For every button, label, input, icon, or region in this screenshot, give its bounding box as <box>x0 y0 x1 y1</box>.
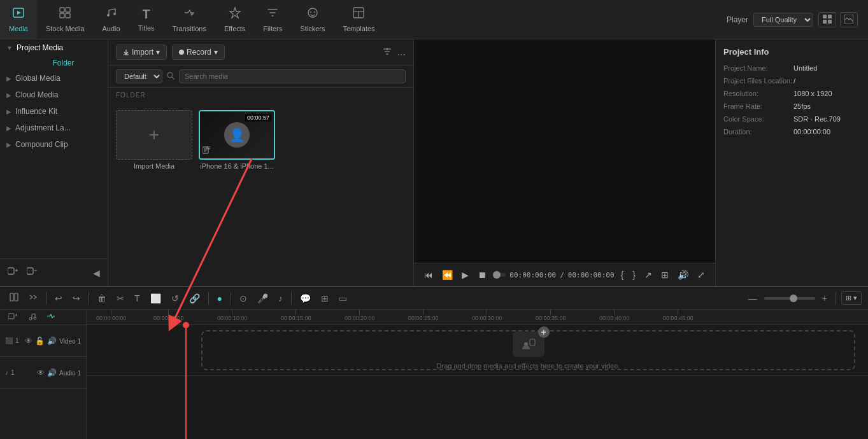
zoom-out-btn[interactable]: — <box>745 291 760 305</box>
nav-media[interactable]: Media <box>0 0 37 39</box>
import-button[interactable]: Import ▾ <box>116 45 167 60</box>
link-btn[interactable]: 🔗 <box>186 291 203 305</box>
info-row-framerate: Frame Rate: 25fps <box>723 102 860 110</box>
import-thumb[interactable]: + <box>116 110 192 160</box>
info-label-location: Project Files Location: <box>723 77 793 85</box>
sidebar-item-adjustment-layer[interactable]: ▶ Adjustment La... <box>0 120 108 136</box>
collapse-btn[interactable]: ◀ <box>90 265 103 281</box>
quality-select[interactable]: Full Quality <box>753 13 813 27</box>
rotate-btn[interactable]: ↺ <box>168 291 182 305</box>
more-options-button[interactable]: ... <box>397 46 406 58</box>
crop-btn[interactable]: ⬜ <box>147 291 164 305</box>
image-view-btn[interactable] <box>840 12 858 27</box>
sidebar-folder[interactable]: Folder <box>19 56 108 70</box>
video-audio-btn[interactable]: 🔊 <box>47 337 57 345</box>
project-info-title: Project Info <box>723 47 860 57</box>
audio-mute-btn[interactable]: 🔊 <box>47 368 57 377</box>
video-track-num-label: 1 <box>15 337 19 344</box>
sidebar-item-global-media[interactable]: ▶ Global Media <box>0 70 108 87</box>
add-audio-track-btn[interactable] <box>24 310 39 324</box>
back-frame-btn[interactable]: ⏪ <box>439 268 455 281</box>
snap-btn[interactable] <box>6 291 22 305</box>
zoom-handle[interactable] <box>790 295 797 302</box>
record-button[interactable]: Record ▾ <box>172 45 225 60</box>
pip-btn[interactable]: ⊞ <box>318 291 332 305</box>
remove-track-btn[interactable] <box>24 264 39 281</box>
tl-divider6 <box>836 292 836 305</box>
layout-btn[interactable]: ⊞ ▾ <box>841 291 862 305</box>
grid-view-btn[interactable] <box>818 12 836 27</box>
cut-btn[interactable]: ✂ <box>113 291 127 305</box>
sidebar-item-project-media[interactable]: ▼ Project Media <box>0 39 108 56</box>
extract-btn[interactable]: ↗ <box>642 268 655 281</box>
video-visibility-btn[interactable]: 👁 <box>25 337 32 345</box>
audio-btn[interactable]: 🔊 <box>675 268 691 281</box>
drop-zone[interactable]: + Drag and drop media and effects here t… <box>201 330 855 370</box>
mark-out-btn[interactable]: } <box>630 268 638 281</box>
undo-btn[interactable]: ↩ <box>52 291 66 305</box>
list-item[interactable]: 👤 00:00:57 iPhone 16 & iPhone 1... <box>199 110 275 279</box>
insert-btn[interactable]: ⊞ <box>658 268 671 281</box>
video-track-num: ⬛ <box>5 337 13 344</box>
templates-icon <box>352 6 365 22</box>
split-btn[interactable]: ⊙ <box>236 291 250 305</box>
zoom-in-btn[interactable]: + <box>819 291 830 305</box>
stop-btn[interactable]: ⏹ <box>475 268 489 281</box>
mark-in-btn[interactable]: { <box>618 268 627 281</box>
add-video-track-btn[interactable] <box>5 310 20 324</box>
audio-icon <box>105 6 118 22</box>
sidebar-compound-label: Compound Clip <box>15 140 68 149</box>
nav-stock-media[interactable]: Stock Media <box>37 0 94 39</box>
sidebar-item-cloud-media[interactable]: ▶ Cloud Media <box>0 87 108 103</box>
stock-media-icon <box>59 6 71 22</box>
search-input[interactable] <box>179 69 406 83</box>
prev-frame-btn[interactable]: ⏮ <box>422 268 436 281</box>
playhead[interactable] <box>185 325 187 439</box>
color-btn[interactable]: ● <box>214 291 225 305</box>
track-content-area: + Drag and drop media and effects here t… <box>87 325 868 439</box>
nav-transitions[interactable]: Transitions <box>164 0 215 39</box>
nav-templates[interactable]: Templates <box>334 0 383 39</box>
time-track[interactable] <box>493 273 506 277</box>
nav-titles[interactable]: T Titles <box>129 0 164 39</box>
nav-stickers[interactable]: Stickers <box>291 0 334 39</box>
fullscreen-btn[interactable]: ⤢ <box>695 268 708 281</box>
preview-controls: ⏮ ⏪ ▶ ⏹ 00:00:00:00 / 00:00:00:00 { } ↗ … <box>414 263 715 286</box>
add-track-btn[interactable] <box>5 264 20 281</box>
default-select[interactable]: Default <box>116 69 162 83</box>
info-label-framerate: Frame Rate: <box>723 102 793 110</box>
nav-audio-label: Audio <box>103 25 120 32</box>
list-item[interactable]: + Import Media <box>116 110 192 279</box>
ripple-btn[interactable] <box>25 291 41 305</box>
timeline-toolbar: ↩ ↪ 🗑 ✂ T ⬜ ↺ 🔗 ● ⊙ 🎤 ♪ 💬 ⊞ ▭ — + ⊞ ▾ <box>0 287 868 310</box>
audio-mark-btn[interactable]: ♪ <box>275 291 286 305</box>
media-search-bar: Default <box>108 66 413 88</box>
video-lock-btn[interactable]: 🔓 <box>35 337 45 345</box>
subtitle-btn[interactable]: 💬 <box>297 291 314 305</box>
zoom-bar[interactable] <box>764 297 815 300</box>
video-thumb[interactable]: 👤 00:00:57 <box>199 110 275 160</box>
overlay-btn[interactable]: ▭ <box>336 291 350 305</box>
nav-filters[interactable]: Filters <box>254 0 291 39</box>
play-btn[interactable]: ▶ <box>459 268 471 281</box>
nav-audio[interactable]: Audio <box>94 0 129 39</box>
right-area: ⏮ ⏪ ▶ ⏹ 00:00:00:00 / 00:00:00:00 { } ↗ … <box>414 39 715 286</box>
nav-titles-label: Titles <box>138 24 155 32</box>
audio-split-btn[interactable]: 🎤 <box>254 291 271 305</box>
timeline-tracks-right[interactable]: 00:00:00:00 00:00:05:00 00:00:10:00 00:0… <box>87 310 868 439</box>
delete-btn[interactable]: 🗑 <box>94 291 110 305</box>
sidebar-item-compound-clip[interactable]: ▶ Compound Clip <box>0 136 108 153</box>
nav-effects[interactable]: Effects <box>215 0 254 39</box>
filter-button[interactable] <box>382 46 392 59</box>
text-btn[interactable]: T <box>131 291 143 305</box>
svg-rect-2 <box>66 8 70 12</box>
audio-visibility-btn[interactable]: 👁 <box>37 368 45 377</box>
sidebar-item-influence-kit[interactable]: ▶ Influence Kit <box>0 103 108 120</box>
info-row-location: Project Files Location: / <box>723 77 860 85</box>
transition-track-btn[interactable] <box>43 310 59 324</box>
track-header-audio: ♪ 1 👁 🔊 Audio 1 <box>0 357 86 389</box>
main-area: ▼ Project Media Folder ▶ Global Media ▶ … <box>0 39 868 286</box>
time-knob[interactable] <box>493 271 501 279</box>
search-icon <box>166 71 175 82</box>
redo-btn[interactable]: ↪ <box>69 291 83 305</box>
